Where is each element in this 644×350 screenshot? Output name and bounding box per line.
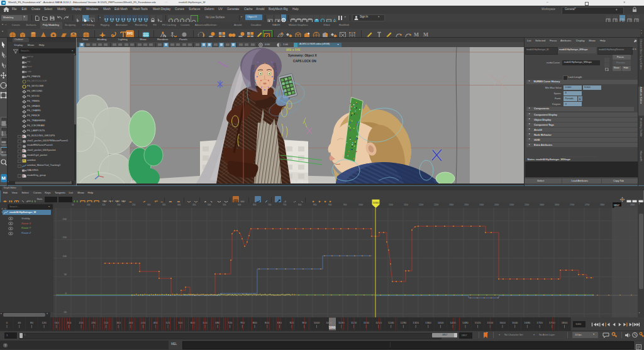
svg-text:100: 100 xyxy=(63,254,67,258)
svg-text:1640: 1640 xyxy=(512,321,518,324)
svg-text:760: 760 xyxy=(240,321,245,324)
svg-text:Symmetry: Object X: Symmetry: Object X xyxy=(288,54,317,57)
svg-text:1800: 1800 xyxy=(562,321,568,324)
svg-text:120: 120 xyxy=(42,321,47,324)
svg-text:1600: 1600 xyxy=(499,321,506,324)
svg-text:-50: -50 xyxy=(63,310,67,314)
svg-text:160: 160 xyxy=(54,321,59,324)
svg-text:?: ? xyxy=(4,343,6,347)
svg-text:1060: 1060 xyxy=(373,201,379,204)
svg-text:150: 150 xyxy=(63,236,67,239)
svg-text:1360: 1360 xyxy=(425,321,431,324)
svg-text:200: 200 xyxy=(67,321,72,324)
svg-text:960 x 540: 960 x 540 xyxy=(286,48,300,52)
svg-text:720: 720 xyxy=(228,321,233,324)
svg-text:CAPS LOCK ON: CAPS LOCK ON xyxy=(293,60,316,63)
svg-text:1857: 1857 xyxy=(613,203,619,206)
svg-text:1480: 1480 xyxy=(462,321,469,324)
svg-text:1720: 1720 xyxy=(536,321,543,324)
svg-text:1280: 1280 xyxy=(401,321,407,324)
svg-text:1060: 1060 xyxy=(329,326,336,329)
svg-text:1680: 1680 xyxy=(525,321,531,324)
svg-text:1240: 1240 xyxy=(388,321,394,324)
svg-text:1520: 1520 xyxy=(475,321,481,324)
svg-text:200: 200 xyxy=(63,217,67,221)
svg-text:1400: 1400 xyxy=(438,321,444,324)
svg-text:880: 880 xyxy=(277,321,282,324)
svg-text:1000: 1000 xyxy=(314,321,320,324)
svg-text:80: 80 xyxy=(30,321,33,324)
svg-text:0: 0 xyxy=(6,321,8,324)
svg-text:FS_PREVIS: FS_PREVIS xyxy=(292,180,308,183)
svg-text:440: 440 xyxy=(141,321,146,324)
svg-text:800: 800 xyxy=(252,321,257,324)
svg-text:40: 40 xyxy=(18,321,21,324)
svg-text:1320: 1320 xyxy=(413,321,419,324)
